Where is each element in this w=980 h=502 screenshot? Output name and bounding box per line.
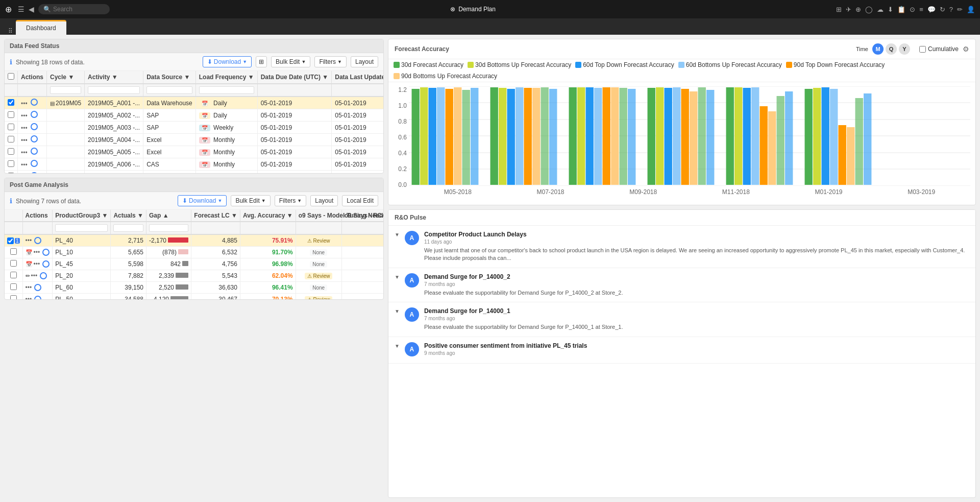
filter-freq-input[interactable]: [199, 86, 254, 94]
pga-row-checkbox[interactable]: [10, 295, 17, 299]
action-dots[interactable]: •••: [21, 112, 28, 119]
nav-icon-13[interactable]: ✏: [957, 6, 963, 13]
nav-icon-14[interactable]: 👤: [967, 6, 975, 13]
row-checkbox[interactable]: [8, 111, 14, 118]
row-checkbox[interactable]: [8, 173, 14, 174]
row-checkbox-cell[interactable]: [5, 146, 18, 158]
search-box[interactable]: 🔍: [38, 4, 110, 14]
pga-action-dots[interactable]: •••: [34, 260, 40, 268]
pga-model-col[interactable]: o9 Says - Model Tuning Needed ▼: [296, 210, 341, 222]
pga-gap-col[interactable]: Gap ▲: [146, 210, 191, 222]
pga-row-checkbox[interactable]: [10, 272, 17, 278]
settings-icon[interactable]: ⚙: [963, 45, 969, 53]
pga-product-col[interactable]: ProductGroup3 ▼: [53, 210, 111, 222]
filter-activity-input[interactable]: [88, 86, 140, 94]
last-updated-col-header[interactable]: Data Last Updated (UTC) ▼: [332, 71, 383, 84]
time-monthly-button[interactable]: M: [872, 43, 884, 55]
pga-action-circle[interactable]: [34, 237, 41, 244]
pga-check-cell[interactable]: 1: [5, 234, 22, 247]
nav-icon-5[interactable]: ☁: [877, 6, 884, 13]
pga-action-dots[interactable]: •••: [26, 296, 32, 299]
pga-actuals-col[interactable]: Actuals ▼: [111, 210, 146, 222]
row-checkbox[interactable]: [8, 148, 14, 155]
action-circle[interactable]: [31, 148, 38, 155]
expand-icon[interactable]: ▤: [50, 101, 55, 106]
action-dots[interactable]: •••: [21, 149, 28, 156]
action-dots[interactable]: •••: [21, 137, 28, 144]
pga-bulk-edit-button[interactable]: Bulk Edit ▼: [231, 195, 270, 206]
action-dots[interactable]: •••: [21, 125, 28, 132]
pga-row-checkbox[interactable]: [7, 237, 14, 244]
cumulative-checkbox[interactable]: [919, 46, 926, 53]
layout-button[interactable]: Layout: [351, 56, 378, 67]
filters-button[interactable]: Filters ▼: [314, 56, 347, 67]
time-quarterly-button[interactable]: Q: [886, 43, 897, 55]
due-date-col-header[interactable]: Data Due Date (UTC) ▼: [257, 71, 332, 84]
back-button[interactable]: ◀: [29, 5, 34, 13]
pga-check-cell[interactable]: [5, 258, 22, 270]
pga-row-checkbox[interactable]: [10, 260, 17, 267]
row-checkbox-cell[interactable]: [5, 134, 18, 146]
pulse-toggle-0[interactable]: ▼: [395, 231, 400, 237]
calendar-icon[interactable]: 📅: [26, 249, 33, 256]
row-checkbox-cell[interactable]: [5, 158, 18, 171]
row-checkbox[interactable]: [8, 124, 14, 130]
pga-filters-button[interactable]: Filters ▼: [275, 195, 307, 206]
download-button[interactable]: ⬇ Download ▼: [203, 56, 252, 67]
nav-icon-6[interactable]: ⬇: [888, 6, 893, 13]
nav-icon-12[interactable]: ?: [949, 6, 953, 13]
nav-icon-10[interactable]: 💬: [927, 6, 936, 13]
row-checkbox-cell[interactable]: [5, 171, 18, 174]
row-checkbox-cell[interactable]: [5, 109, 18, 122]
action-circle[interactable]: [31, 99, 38, 106]
select-all-checkbox[interactable]: [8, 73, 14, 80]
pga-check-cell[interactable]: [5, 270, 22, 282]
pulse-toggle-2[interactable]: ▼: [395, 307, 400, 314]
nav-icon-1[interactable]: ⊞: [836, 6, 842, 13]
time-yearly-button[interactable]: Y: [899, 43, 910, 55]
nav-icon-11[interactable]: ↻: [940, 6, 945, 13]
row-checkbox-cell[interactable]: [5, 122, 18, 134]
sidebar-toggle[interactable]: ⠿: [5, 28, 16, 35]
action-circle[interactable]: [31, 111, 38, 118]
pga-action-dots[interactable]: •••: [26, 284, 32, 291]
pga-filter-gap[interactable]: [149, 224, 188, 232]
filter-source-input[interactable]: [146, 86, 192, 94]
pulse-toggle-1[interactable]: ▼: [395, 273, 400, 280]
activity-col-header[interactable]: Activity ▼: [85, 71, 143, 84]
pga-local-edit-button[interactable]: Local Edit: [342, 195, 378, 206]
nav-icon-8[interactable]: ⊙: [910, 6, 915, 13]
nav-icon-4[interactable]: ◯: [865, 6, 873, 13]
action-circle[interactable]: [31, 123, 38, 130]
filter-cycle-input[interactable]: [50, 86, 81, 94]
calendar-icon[interactable]: 📅: [26, 261, 33, 268]
pga-check-cell[interactable]: [5, 294, 22, 300]
pga-action-circle[interactable]: [34, 284, 41, 291]
pga-row-checkbox[interactable]: [10, 248, 17, 255]
action-circle[interactable]: [31, 160, 38, 167]
pga-action-circle[interactable]: [42, 260, 50, 268]
pga-forecast-col[interactable]: Forecast LC ▼: [191, 210, 240, 222]
row-checkbox[interactable]: [8, 99, 14, 106]
pulse-toggle-3[interactable]: ▼: [395, 342, 400, 349]
nav-icon-7[interactable]: 📋: [897, 6, 905, 13]
load-freq-col-header[interactable]: Load Frequency ▼: [195, 71, 257, 84]
menu-icon[interactable]: ☰: [18, 5, 24, 13]
pga-filter-actuals[interactable]: [113, 224, 143, 232]
edit-icon[interactable]: ✏: [26, 273, 30, 279]
pga-check-cell[interactable]: [5, 282, 22, 294]
tab-dashboard[interactable]: Dashboard: [16, 20, 66, 35]
pga-action-dots[interactable]: •••: [31, 272, 38, 279]
pga-row-checkbox[interactable]: [10, 283, 17, 290]
pga-filter-product[interactable]: [55, 224, 108, 232]
row-checkbox[interactable]: [8, 136, 14, 142]
nav-icon-3[interactable]: ⊕: [855, 6, 861, 13]
pga-download-button[interactable]: ⬇ Download ▼: [178, 195, 227, 206]
nav-icon-2[interactable]: ✈: [846, 6, 851, 13]
pga-action-circle[interactable]: [40, 272, 47, 279]
pga-action-circle[interactable]: [34, 296, 41, 299]
action-circle[interactable]: [31, 172, 38, 173]
data-source-col-header[interactable]: Data Source ▼: [143, 71, 196, 84]
pga-check-cell[interactable]: [5, 247, 22, 258]
pga-accuracy-col[interactable]: Avg. Accuracy ▼: [240, 210, 296, 222]
